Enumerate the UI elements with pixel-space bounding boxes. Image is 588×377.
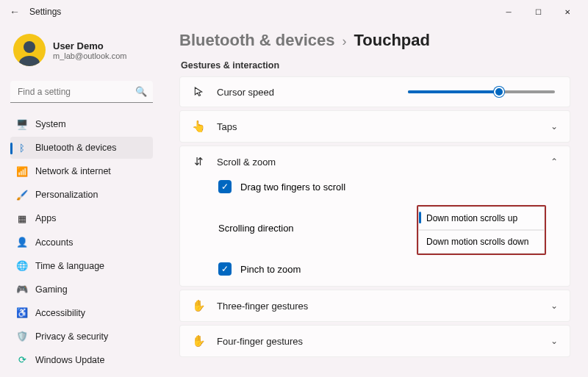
window-title: Settings xyxy=(29,7,61,17)
chevron-down-icon: ⌄ xyxy=(551,336,558,346)
sidebar-item-label: Gaming xyxy=(35,284,68,295)
sidebar-item-time-language[interactable]: 🌐 Time & language xyxy=(10,255,153,277)
bluetooth-icon: ᛒ xyxy=(16,142,28,154)
chevron-right-icon: › xyxy=(342,34,346,49)
chevron-up-icon: ⌃ xyxy=(551,157,558,167)
scrolling-direction-dropdown[interactable]: Down motion scrolls up Down motion scrol… xyxy=(417,205,546,255)
back-button[interactable]: ← xyxy=(6,6,24,18)
titlebar: ← Settings ─ ☐ ✕ xyxy=(0,0,588,24)
sidebar-item-windows-update[interactable]: ⟳ Windows Update xyxy=(10,349,153,371)
sidebar-item-apps[interactable]: ▦ Apps xyxy=(10,207,153,229)
sidebar-item-label: Accounts xyxy=(35,237,73,248)
taps-label: Taps xyxy=(217,121,539,132)
sidebar-item-label: Time & language xyxy=(35,261,104,271)
profile-block[interactable]: User Demo m_lab@outlook.com xyxy=(10,29,153,76)
sidebar-item-network[interactable]: 📶 Network & internet xyxy=(10,160,153,182)
accessibility-icon: ♿ xyxy=(16,307,28,319)
sidebar-item-label: Accessibility xyxy=(35,308,85,318)
sidebar-item-accounts[interactable]: 👤 Accounts xyxy=(10,231,153,253)
maximize-button[interactable]: ☐ xyxy=(523,1,553,22)
search-box[interactable]: 🔍 xyxy=(10,81,153,103)
dropdown-option[interactable]: Down motion scrolls down xyxy=(418,230,545,254)
sidebar-item-label: Bluetooth & devices xyxy=(35,143,117,153)
drag-two-fingers-label: Drag two fingers to scroll xyxy=(240,182,345,193)
system-icon: 🖥️ xyxy=(16,118,28,130)
taps-card[interactable]: 👆 Taps ⌄ xyxy=(179,110,570,143)
checkbox-checked-icon[interactable]: ✓ xyxy=(218,262,232,276)
hand-icon: ✋ xyxy=(192,299,205,312)
window-controls: ─ ☐ ✕ xyxy=(494,1,582,22)
sidebar-item-label: Personalization xyxy=(35,190,98,200)
sidebar-item-bluetooth-devices[interactable]: ᛒ Bluetooth & devices xyxy=(10,137,153,159)
sidebar-item-label: System xyxy=(35,119,66,129)
scrolling-direction-row: Scrolling direction Down motion scrolls … xyxy=(218,205,558,251)
profile-name: User Demo xyxy=(53,40,126,51)
wifi-icon: 📶 xyxy=(16,165,28,177)
close-button[interactable]: ✕ xyxy=(553,1,582,22)
globe-clock-icon: 🌐 xyxy=(16,260,28,272)
breadcrumb-current: Touchpad xyxy=(354,31,429,50)
four-finger-card[interactable]: ✋ Four-finger gestures ⌄ xyxy=(179,325,570,357)
sidebar-item-personalization[interactable]: 🖌️ Personalization xyxy=(10,184,153,206)
person-icon: 👤 xyxy=(16,237,28,248)
chevron-down-icon: ⌄ xyxy=(551,301,558,311)
four-finger-label: Four-finger gestures xyxy=(217,336,539,347)
chevron-down-icon: ⌄ xyxy=(551,121,558,132)
cursor-speed-card: Cursor speed xyxy=(179,76,570,107)
three-finger-label: Three-finger gestures xyxy=(217,301,539,312)
sidebar: User Demo m_lab@outlook.com 🔍 🖥️ System … xyxy=(0,24,160,377)
search-input[interactable] xyxy=(10,81,153,103)
avatar xyxy=(13,34,46,66)
checkbox-checked-icon[interactable]: ✓ xyxy=(218,180,232,193)
update-icon: ⟳ xyxy=(16,354,28,366)
scroll-icon: ⇵ xyxy=(192,155,205,168)
sidebar-item-label: Windows Update xyxy=(35,355,105,365)
drag-two-fingers-row[interactable]: ✓ Drag two fingers to scroll xyxy=(218,177,558,196)
gaming-icon: 🎮 xyxy=(16,284,28,295)
dropdown-option[interactable]: Down motion scrolls up xyxy=(418,207,545,230)
scroll-zoom-card: ⇵ Scroll & zoom ⌃ ✓ Drag two fingers to … xyxy=(179,146,570,287)
search-icon: 🔍 xyxy=(135,86,147,97)
scrolling-direction-label: Scrolling direction xyxy=(218,223,294,234)
sidebar-item-accessibility[interactable]: ♿ Accessibility xyxy=(10,302,153,324)
pinch-zoom-row[interactable]: ✓ Pinch to zoom xyxy=(218,259,558,279)
section-title: Gestures & interaction xyxy=(181,60,570,71)
minimize-button[interactable]: ─ xyxy=(494,1,523,22)
shield-icon: 🛡️ xyxy=(16,331,28,342)
tap-icon: 👆 xyxy=(192,120,205,133)
apps-icon: ▦ xyxy=(16,212,28,224)
scroll-zoom-header[interactable]: ⇵ Scroll & zoom ⌃ xyxy=(180,146,570,177)
sidebar-item-system[interactable]: 🖥️ System xyxy=(10,113,153,135)
sidebar-item-gaming[interactable]: 🎮 Gaming xyxy=(10,279,153,301)
three-finger-card[interactable]: ✋ Three-finger gestures ⌄ xyxy=(179,290,570,322)
sidebar-item-label: Network & internet xyxy=(35,166,111,176)
sidebar-item-privacy[interactable]: 🛡️ Privacy & security xyxy=(10,326,153,348)
content-area: Bluetooth & devices › Touchpad Gestures … xyxy=(160,24,588,377)
sidebar-item-label: Apps xyxy=(35,213,57,223)
cursor-speed-slider[interactable] xyxy=(408,90,555,93)
cursor-speed-label: Cursor speed xyxy=(217,87,396,98)
cursor-icon xyxy=(192,86,205,98)
breadcrumb-parent[interactable]: Bluetooth & devices xyxy=(179,31,334,50)
pinch-zoom-label: Pinch to zoom xyxy=(240,264,301,275)
breadcrumb: Bluetooth & devices › Touchpad xyxy=(179,31,570,50)
sidebar-item-label: Privacy & security xyxy=(35,331,108,342)
hand-icon: ✋ xyxy=(192,334,205,348)
brush-icon: 🖌️ xyxy=(16,189,28,201)
scroll-zoom-label: Scroll & zoom xyxy=(217,157,539,168)
profile-email: m_lab@outlook.com xyxy=(53,51,126,60)
